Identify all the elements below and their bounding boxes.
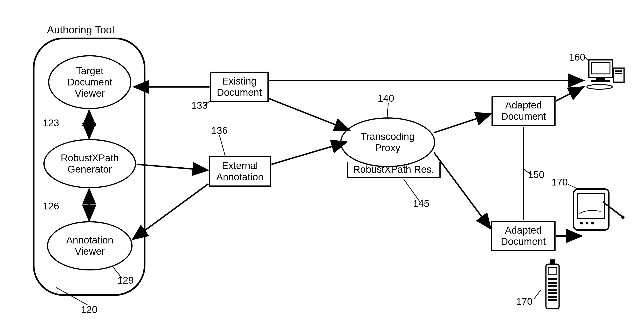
svg-line-49 [534,290,541,299]
svg-rect-3 [591,80,610,82]
ref-170b: 170 [516,296,532,307]
svg-line-43 [219,135,225,156]
svg-rect-16 [550,259,555,265]
ref-145: 145 [413,198,429,209]
transcoding-proxy-node: Transcoding Proxy [340,117,435,167]
computer-icon [586,58,626,90]
pda-icon [570,185,626,235]
svg-line-13 [603,202,623,217]
svg-rect-17 [548,268,557,275]
target-document-viewer-label: Target Document Viewer [67,65,112,99]
adapted-document-2-box: Adapted Document [491,221,556,251]
authoring-tool-title: Authoring Tool [47,24,114,36]
transcoding-proxy-label: Transcoding Proxy [361,131,415,154]
svg-point-10 [580,222,583,224]
svg-line-44 [387,103,388,117]
svg-rect-24 [548,299,557,301]
robustxpath-res-box: RobustXPath Res. [347,162,440,178]
svg-rect-4 [614,68,624,82]
ref-170a: 170 [551,177,568,188]
adapted-document-1-box: Adapted Document [492,96,556,126]
svg-rect-19 [548,282,557,284]
target-document-viewer-node: Target Document Viewer [48,55,132,109]
existing-document-box: Existing Document [210,72,269,102]
svg-rect-21 [548,289,557,291]
svg-point-7 [586,85,612,89]
robustxpath-generator-label: RobustXPath Generator [61,152,119,175]
phone-icon [541,259,564,313]
ref-133: 133 [191,100,208,111]
ref-150: 150 [528,169,544,180]
svg-rect-9 [578,194,605,218]
svg-rect-20 [548,285,557,287]
svg-point-12 [591,222,594,224]
annotation-viewer-node: Annotation Viewer [47,221,132,270]
svg-rect-8 [574,189,609,230]
ref-126: 126 [43,200,59,212]
svg-line-30 [136,164,208,170]
external-annotation-label: External Annotation [216,160,264,183]
svg-rect-23 [548,296,557,298]
adapted-document-2-label: Adapted Document [501,225,546,247]
svg-line-37 [556,87,584,101]
svg-rect-1 [591,62,610,74]
svg-line-36 [434,153,491,229]
svg-rect-2 [596,78,605,80]
robustxpath-generator-node: RobustXPath Generator [44,139,136,188]
adapted-document-1-label: Adapted Document [501,100,546,122]
ref-123: 123 [43,117,59,129]
svg-rect-6 [616,73,622,74]
robustxpath-res-label: RobustXPath Res. [353,164,434,175]
ref-136: 136 [211,125,228,136]
ref-120: 120 [81,304,97,315]
external-annotation-box: External Annotation [209,156,271,187]
svg-line-33 [269,99,350,130]
svg-rect-5 [616,71,622,72]
svg-line-35 [434,114,491,133]
existing-document-label: Existing Document [217,76,262,98]
svg-rect-22 [548,292,557,294]
svg-rect-18 [548,278,557,280]
svg-point-14 [621,215,624,219]
svg-line-34 [272,142,347,164]
ref-140: 140 [378,93,394,104]
ref-129: 129 [117,275,134,286]
ref-160: 160 [569,52,585,63]
annotation-viewer-label: Annotation Viewer [66,234,113,257]
svg-point-11 [586,222,588,224]
